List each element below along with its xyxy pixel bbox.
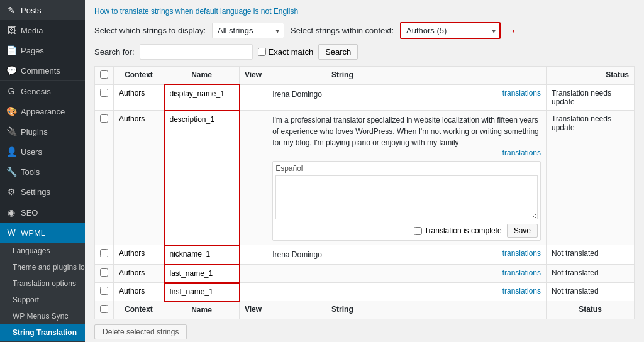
- wpml-icon: W: [6, 228, 16, 238]
- sidebar-item-wpml[interactable]: W WPML: [0, 223, 85, 243]
- row2-translations-link[interactable]: translations: [272, 148, 541, 157]
- table-header-row: Context Name View String Status: [95, 67, 635, 85]
- row1-translations: translations: [418, 85, 546, 111]
- appearance-icon: 🎨: [6, 106, 16, 116]
- row1-view: [240, 85, 267, 111]
- sidebar-item-settings[interactable]: ⚙ Settings: [0, 182, 85, 202]
- select-strings-wrap: All strings Not translated Translated Ne…: [212, 23, 284, 38]
- row3-context: Authors: [114, 245, 164, 265]
- theme-plugins-label: Theme and plugins localization: [13, 263, 85, 272]
- row1-translations-link[interactable]: translations: [423, 89, 541, 97]
- delete-selected-button[interactable]: Delete selected strings: [94, 324, 187, 339]
- sidebar-item-appearance[interactable]: 🎨 Appearance: [0, 101, 85, 121]
- row1-context: Authors: [114, 85, 164, 111]
- sidebar-label-genesis: Genesis: [21, 87, 51, 96]
- strings-table: Context Name View String Status Authors …: [94, 66, 635, 319]
- row5-view: [240, 283, 267, 301]
- sidebar-item-posts[interactable]: ✎ Posts: [0, 0, 85, 20]
- sidebar-item-seo[interactable]: ◉ SEO: [0, 202, 85, 223]
- row2-checkbox[interactable]: [100, 114, 108, 123]
- row4-status: Not translated: [547, 265, 635, 283]
- posts-icon: ✎: [6, 5, 16, 15]
- row4-check: [95, 265, 114, 283]
- bottom-row: Delete selected strings: [94, 324, 635, 339]
- sidebar-item-media[interactable]: 🖼 Media: [0, 20, 85, 40]
- header-view: View: [240, 67, 267, 85]
- espanol-box: Español Translation is complete Save: [272, 161, 541, 241]
- row4-string: [267, 265, 418, 283]
- context-label: Select strings within context:: [291, 26, 394, 35]
- header-status: Status: [547, 67, 635, 85]
- table-row: Authors display_name_1 Irena Domingo tra…: [95, 85, 635, 111]
- sidebar-label-appearance: Appearance: [21, 107, 65, 116]
- translation-complete-checkbox[interactable]: [414, 227, 422, 235]
- row4-translations-link[interactable]: translations: [423, 268, 541, 277]
- row5-checkbox[interactable]: [100, 287, 108, 295]
- row4-translations: translations: [418, 265, 546, 283]
- row1-check: [95, 85, 114, 111]
- sidebar-label-comments: Comments: [21, 66, 60, 75]
- sidebar: ✎ Posts 🖼 Media 📄 Pages 💬 Comments G Gen…: [0, 0, 85, 342]
- sidebar-item-theme-plugins[interactable]: Theme and plugins localization: [0, 259, 85, 275]
- row4-checkbox[interactable]: [100, 268, 108, 277]
- espanol-label: Español: [275, 164, 538, 173]
- row2-name: description_1: [164, 111, 240, 245]
- exact-match-checkbox[interactable]: [258, 48, 266, 56]
- row2-string-area: I'm a professional translator specialize…: [267, 111, 547, 245]
- search-input[interactable]: [140, 44, 253, 60]
- pages-icon: 📄: [6, 45, 16, 55]
- sidebar-item-string-translation[interactable]: String Translation: [0, 324, 85, 341]
- translation-options-label: Translation options: [13, 279, 76, 288]
- row5-check: [95, 283, 114, 301]
- sidebar-label-users: Users: [21, 147, 42, 157]
- genesis-icon: G: [6, 86, 16, 96]
- footer-context: Context: [114, 301, 164, 319]
- sidebar-label-tools: Tools: [21, 167, 40, 177]
- sidebar-item-translation-options[interactable]: Translation options: [0, 275, 85, 292]
- row1-checkbox[interactable]: [100, 89, 108, 97]
- tools-icon: 🔧: [6, 167, 16, 177]
- row3-check: [95, 245, 114, 265]
- translation-complete-row: Translation is complete Save: [275, 224, 538, 238]
- sidebar-item-comments[interactable]: 💬 Comments: [0, 60, 85, 80]
- help-link[interactable]: How to translate strings when default la…: [94, 7, 298, 16]
- context-select-wrap: All contexts Authors (5): [400, 22, 501, 39]
- row3-status: Not translated: [547, 245, 635, 265]
- row4-context: Authors: [114, 265, 164, 283]
- header-context: Context: [114, 67, 164, 85]
- users-icon: 👤: [6, 146, 16, 157]
- seo-icon: ◉: [6, 207, 16, 218]
- espanol-textarea[interactable]: [275, 175, 538, 219]
- sidebar-item-tools[interactable]: 🔧 Tools: [0, 162, 85, 182]
- media-icon: 🖼: [6, 25, 16, 35]
- row5-context: Authors: [114, 283, 164, 301]
- row2-view: [240, 111, 267, 245]
- sidebar-item-genesis[interactable]: G Genesis: [0, 81, 85, 101]
- translation-complete-text: Translation is complete: [425, 226, 502, 235]
- select-all-checkbox[interactable]: [100, 70, 108, 79]
- table-row: Authors first_name_1 translations Not tr…: [95, 283, 635, 301]
- plugins-icon: 🔌: [6, 126, 16, 136]
- row3-checkbox[interactable]: [100, 249, 108, 257]
- sidebar-item-users[interactable]: 👤 Users: [0, 141, 85, 162]
- footer-select-all[interactable]: [100, 305, 108, 313]
- sidebar-label-plugins: Plugins: [21, 127, 48, 136]
- footer-string: String: [267, 301, 418, 319]
- sidebar-item-wp-menus-sync[interactable]: WP Menus Sync: [0, 308, 85, 324]
- sidebar-item-pages[interactable]: 📄 Pages: [0, 40, 85, 60]
- sidebar-item-plugins[interactable]: 🔌 Plugins: [0, 121, 85, 141]
- row4-name: last_name_1: [164, 265, 240, 283]
- context-arrow-indicator: ←: [509, 23, 523, 39]
- search-button[interactable]: Search: [318, 44, 358, 60]
- sidebar-item-support[interactable]: Support: [0, 292, 85, 308]
- select-strings-dropdown[interactable]: All strings Not translated Translated Ne…: [212, 23, 284, 38]
- row5-translations-link[interactable]: translations: [423, 287, 541, 295]
- context-dropdown[interactable]: All contexts Authors (5): [400, 22, 501, 39]
- row1-status: Translation needs update: [547, 85, 635, 111]
- row5-translations: translations: [418, 283, 546, 301]
- header-check: [95, 67, 114, 85]
- sidebar-item-languages[interactable]: Languages: [0, 243, 85, 259]
- row3-translations-link[interactable]: translations: [423, 249, 541, 258]
- save-button[interactable]: Save: [507, 224, 538, 238]
- settings-icon: ⚙: [6, 187, 16, 197]
